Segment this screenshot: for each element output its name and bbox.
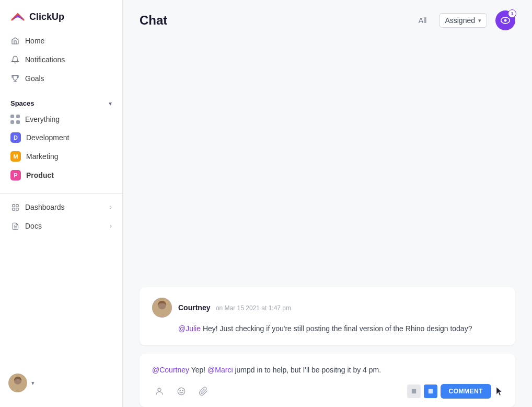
message-header: Courtney on Mar 15 2021 at 1:47 pm: [152, 298, 503, 318]
courtney-avatar: [152, 298, 172, 318]
bell-icon: [10, 55, 20, 64]
chat-spacer: [140, 39, 515, 279]
svg-rect-16: [411, 389, 415, 393]
format-icon-2: [428, 389, 433, 394]
development-badge: D: [10, 132, 21, 143]
reply-mention-marci: @Marci: [207, 366, 233, 374]
svg-point-15: [182, 390, 183, 391]
svg-rect-1: [16, 204, 18, 206]
nav-dashboards-label: Dashboards: [25, 203, 65, 211]
product-badge: P: [10, 170, 21, 180]
space-product[interactable]: P Product: [4, 166, 118, 185]
logo[interactable]: ClickUp: [0, 0, 122, 31]
comment-button[interactable]: COMMENT: [441, 384, 492, 399]
space-everything-label: Everything: [25, 115, 60, 123]
reply-tools-left: [152, 384, 211, 399]
chevron-down-icon: ▾: [109, 100, 112, 107]
nav-home[interactable]: Home: [4, 31, 118, 50]
spaces-title: Spaces: [10, 99, 34, 107]
avatar: [8, 374, 27, 392]
app-name: ClickUp: [29, 12, 64, 22]
space-marketing[interactable]: M Marketing: [4, 147, 118, 166]
svg-rect-2: [12, 208, 14, 210]
svg-point-13: [178, 388, 185, 395]
chevron-right-icon-docs: ›: [110, 222, 112, 230]
attachment-icon[interactable]: [196, 384, 211, 399]
trophy-icon: [10, 74, 20, 83]
format-button-1[interactable]: [407, 385, 421, 398]
space-marketing-label: Marketing: [26, 152, 58, 161]
sidebar-nav: Home Notifications Goals: [0, 31, 122, 88]
message-body: @Julie Hey! Just checking if you're stil…: [178, 323, 503, 334]
filter-all-button[interactable]: All: [414, 14, 431, 27]
message-time: on Mar 15 2021 at 1:47 pm: [216, 304, 291, 312]
chevron-right-icon: ›: [110, 204, 112, 211]
marketing-badge: M: [10, 151, 21, 162]
spaces-header[interactable]: Spaces ▾: [4, 96, 118, 110]
grid-icon: [10, 202, 20, 212]
filter-assigned-button[interactable]: Assigned ▾: [439, 13, 487, 28]
reply-mention-courtney: @Courtney: [152, 366, 189, 374]
sidebar-footer: Dashboards › Docs ›: [0, 193, 122, 235]
nav-goals[interactable]: Goals: [4, 69, 118, 88]
watch-count-badge: 1: [508, 9, 516, 18]
svg-rect-17: [428, 389, 432, 393]
dots-icon: [10, 115, 20, 124]
page-title: Chat: [140, 13, 406, 28]
home-icon: [10, 36, 20, 46]
emoji-icon[interactable]: [174, 384, 189, 399]
nav-dashboards[interactable]: Dashboards ›: [4, 198, 118, 217]
svg-point-9: [504, 19, 507, 22]
space-development-label: Development: [26, 133, 70, 142]
svg-rect-3: [16, 208, 18, 210]
nav-notifications-label: Notifications: [25, 55, 65, 64]
nav-goals-label: Goals: [25, 74, 44, 83]
chat-area: Courtney on Mar 15 2021 at 1:47 pm @Juli…: [123, 39, 532, 407]
svg-point-12: [158, 388, 161, 391]
nav-docs[interactable]: Docs ›: [4, 217, 118, 235]
nav-home-label: Home: [25, 37, 44, 45]
reply-toolbar: COMMENT: [152, 384, 503, 399]
user-profile[interactable]: ▾: [0, 367, 122, 399]
watch-button[interactable]: 1: [495, 10, 515, 30]
eye-icon: [500, 16, 511, 25]
user-icon[interactable]: [152, 384, 167, 399]
svg-point-14: [180, 390, 181, 391]
message-meta: Courtney on Mar 15 2021 at 1:47 pm: [178, 303, 291, 312]
nav-docs-label: Docs: [25, 222, 42, 230]
space-product-label: Product: [26, 171, 54, 179]
clickup-logo-icon: [10, 9, 25, 24]
reply-card: @Courtney Yep! @Marci jumpd in to help, …: [140, 354, 515, 407]
chat-header: Chat All Assigned ▾ 1: [123, 0, 532, 39]
format-icon-1: [411, 389, 417, 394]
nav-notifications[interactable]: Notifications: [4, 50, 118, 69]
chevron-down-icon: ▾: [478, 17, 481, 24]
spaces-section: Spaces ▾ Everything D Development M Mark…: [0, 96, 122, 185]
message-author: Courtney: [178, 303, 210, 312]
chat-message-card: Courtney on Mar 15 2021 at 1:47 pm @Juli…: [140, 287, 515, 345]
mention-julie: @Julie: [178, 324, 201, 333]
reply-body: @Courtney Yep! @Marci jumpd in to help, …: [152, 364, 503, 376]
user-chevron-icon: ▾: [31, 380, 34, 387]
space-everything[interactable]: Everything: [4, 110, 118, 128]
space-development[interactable]: D Development: [4, 128, 118, 147]
reply-tools-right: COMMENT: [407, 384, 503, 399]
sidebar: ClickUp Home Notifications: [0, 0, 123, 407]
main-content: Chat All Assigned ▾ 1: [123, 0, 532, 407]
cursor-icon: [495, 386, 503, 397]
format-button-2[interactable]: [424, 385, 437, 398]
svg-rect-0: [12, 204, 14, 206]
docs-icon: [10, 221, 20, 231]
